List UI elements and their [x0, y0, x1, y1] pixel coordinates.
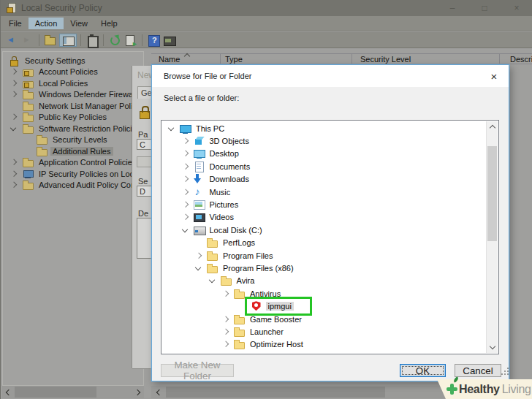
chevron-down-icon[interactable] [208, 275, 221, 287]
chevron-right-icon[interactable] [180, 198, 194, 210]
chevron-right-icon[interactable] [9, 77, 23, 89]
chevron-right-icon[interactable] [9, 112, 23, 123]
chevron-down-icon[interactable] [194, 262, 207, 274]
tree-item-desktop[interactable]: Desktop [162, 148, 486, 160]
chevron-right-icon[interactable] [180, 134, 194, 147]
chevron-right-icon[interactable] [194, 249, 207, 262]
column-header-name[interactable]: Name [159, 55, 180, 64]
chevron-right-icon[interactable] [9, 180, 23, 191]
console-tree-icon[interactable] [59, 34, 77, 47]
chevron-right-icon[interactable] [9, 89, 23, 101]
browse-button[interactable] [137, 156, 152, 167]
minimize-icon[interactable]: – [436, 0, 468, 16]
make-new-folder-button[interactable]: Make New Folder [161, 364, 234, 377]
menu-action[interactable]: Action [28, 18, 64, 29]
scrollbar-thumb[interactable] [15, 387, 96, 398]
scrollbar-thumb[interactable] [487, 146, 497, 241]
chevron-right-icon[interactable] [221, 287, 234, 300]
chevron-right-icon[interactable] [9, 66, 23, 78]
left-pane-hscrollbar[interactable] [2, 386, 144, 398]
menu-file[interactable]: File [2, 18, 28, 29]
close-icon[interactable]: × [487, 69, 501, 83]
folder-icon [23, 156, 34, 168]
chevron-right-icon[interactable] [180, 160, 194, 172]
tree-item-windows-defender-firewall[interactable]: Windows Defender Firewall [3, 89, 143, 101]
tree-item-perflogs[interactable]: PerfLogs [162, 237, 486, 249]
tree-item-public-key-policies[interactable]: Public Key Policies [3, 112, 143, 123]
tree-item-security-settings[interactable]: Security Settings [3, 55, 143, 66]
scroll-left-icon[interactable] [153, 386, 164, 398]
chevron-right-icon[interactable] [9, 157, 23, 169]
chevron-down-icon[interactable] [167, 122, 180, 134]
close-icon[interactable]: × [501, 0, 532, 16]
tree-item-local-disk-c[interactable]: Local Disk (C:) [162, 224, 486, 236]
tree-item-avira[interactable]: Avira [162, 275, 486, 287]
column-separator[interactable] [220, 54, 221, 65]
scroll-right-icon[interactable] [132, 386, 144, 398]
tree-item-account-policies[interactable]: Account Policies [3, 66, 143, 78]
tree-item-ipmgui[interactable]: ipmgui [162, 300, 486, 312]
column-header-description[interactable]: Description [510, 55, 532, 64]
tree-item-optimizer-host[interactable]: Optimizer Host [162, 338, 486, 351]
tree-item-music[interactable]: Music [162, 186, 486, 198]
menu-help[interactable]: Help [94, 18, 124, 29]
chevron-right-icon[interactable] [221, 313, 234, 325]
chevron-down-icon[interactable] [180, 224, 194, 236]
column-separator[interactable] [352, 54, 352, 65]
tree-item-program-files[interactable]: Program Files [162, 249, 486, 262]
tree-vscrollbar[interactable] [486, 121, 498, 353]
help-icon[interactable] [146, 34, 161, 47]
tree-item-game-booster[interactable]: Game Booster [162, 313, 486, 325]
tree-item-videos[interactable]: Videos [162, 211, 486, 224]
chevron-right-icon[interactable] [180, 186, 194, 198]
tree-item-3d-objects[interactable]: 3D Objects [162, 134, 486, 147]
column-header-security-level[interactable]: Security Level [360, 55, 411, 64]
tree-item-security-levels[interactable]: Security Levels [3, 134, 143, 146]
tree-item-application-control-policies[interactable]: Application Control Policies [3, 157, 143, 169]
scrollbar-thumb[interactable] [166, 387, 385, 398]
show-window-icon[interactable] [162, 34, 177, 47]
menu-view[interactable]: View [64, 18, 94, 29]
tree-item-this-pc[interactable]: This PC [162, 122, 486, 134]
export-list-icon[interactable] [123, 34, 138, 47]
column-header-type[interactable]: Type [225, 55, 243, 64]
tree-item-additional-rules[interactable]: Additional Rules [3, 145, 143, 157]
tree-item-advanced-audit-policy-configuration[interactable]: Advanced Audit Policy Configuration [3, 180, 143, 191]
scroll-left-icon[interactable] [2, 386, 14, 398]
tree-item-downloads[interactable]: Downloads [162, 173, 486, 186]
resize-grip[interactable] [501, 373, 503, 375]
clipboard-icon[interactable] [85, 34, 99, 47]
tree-item-ip-security-policies-on-local-computer[interactable]: IP Security Policies on Local Computer [3, 168, 143, 180]
tree-item-program-files-x86[interactable]: Program Files (x86) [162, 262, 486, 274]
maximize-icon[interactable]: □ [468, 0, 501, 16]
tree-item-launcher[interactable]: Launcher [162, 325, 486, 338]
ok-button[interactable]: OK [400, 364, 446, 377]
chevron-right-icon[interactable] [221, 325, 234, 338]
up-level-icon[interactable] [43, 34, 58, 47]
back-icon[interactable] [4, 34, 19, 47]
chevron-right-icon[interactable] [180, 211, 194, 224]
tree-item[interactable] [162, 351, 486, 353]
tree-item-pictures[interactable]: Pictures [162, 198, 486, 210]
tree-item-antivirus[interactable]: Antivirus [162, 287, 486, 300]
pc-icon [180, 123, 191, 134]
general-tab[interactable]: Ger [137, 86, 152, 99]
refresh-icon[interactable] [107, 34, 122, 47]
tree-item-software-restriction-policies[interactable]: Software Restriction Policies [3, 123, 143, 134]
scroll-up-icon[interactable] [487, 121, 498, 133]
cancel-button[interactable]: Cancel [455, 364, 501, 377]
chevron-right-icon[interactable] [180, 173, 194, 186]
forward-icon[interactable] [20, 34, 35, 47]
security-level-select[interactable]: D [137, 186, 152, 197]
tree-item-documents[interactable]: Documents [162, 160, 486, 172]
tree-item-local-policies[interactable]: Local Policies [3, 77, 143, 89]
chevron-right-icon[interactable] [221, 338, 234, 351]
path-field[interactable]: C [137, 139, 152, 150]
column-separator[interactable] [499, 54, 500, 65]
chevron-right-icon[interactable] [9, 168, 23, 180]
scroll-down-icon[interactable] [487, 341, 498, 353]
description-field[interactable] [137, 218, 152, 259]
tree-item-network-list-manager-policies[interactable]: Network List Manager Policies [3, 100, 143, 112]
chevron-right-icon[interactable] [180, 148, 194, 160]
chevron-down-icon[interactable] [9, 123, 23, 134]
